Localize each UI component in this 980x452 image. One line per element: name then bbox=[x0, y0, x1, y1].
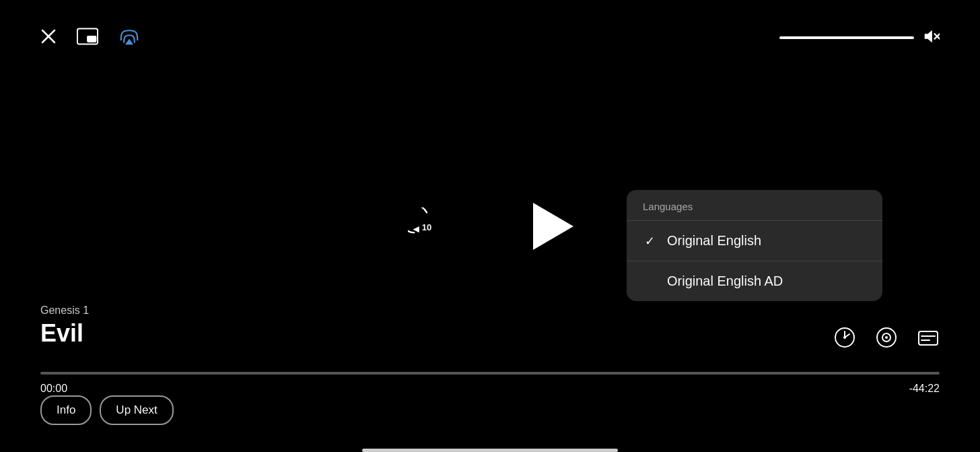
svg-point-10 bbox=[843, 336, 846, 339]
language-option-label-2: Original English AD bbox=[667, 273, 783, 289]
svg-rect-3 bbox=[87, 36, 96, 42]
remaining-time: -44:22 bbox=[909, 383, 940, 395]
show-title: Evil bbox=[40, 319, 89, 348]
info-button[interactable]: Info bbox=[40, 395, 92, 425]
top-left-controls bbox=[40, 27, 140, 48]
play-button[interactable] bbox=[528, 203, 573, 250]
pip-button[interactable] bbox=[77, 27, 98, 48]
up-next-button[interactable]: Up Next bbox=[100, 395, 173, 425]
pip-icon bbox=[77, 27, 98, 48]
current-time: 00:00 bbox=[40, 383, 67, 395]
bottom-right-icons bbox=[833, 326, 940, 351]
language-option-label-1: Original English bbox=[667, 233, 761, 249]
volume-control bbox=[779, 28, 940, 47]
progress-track[interactable] bbox=[40, 372, 940, 375]
play-icon bbox=[528, 203, 573, 250]
bottom-buttons: Info Up Next bbox=[40, 395, 174, 425]
center-controls: 10 bbox=[407, 203, 573, 250]
progress-container[interactable] bbox=[40, 372, 940, 375]
svg-rect-14 bbox=[919, 331, 938, 345]
player-container: 10 Genesis 1 Evil bbox=[0, 0, 980, 452]
rewind-button[interactable]: 10 bbox=[407, 206, 447, 247]
volume-slider[interactable] bbox=[779, 36, 914, 39]
airplay-icon bbox=[118, 27, 140, 48]
rewind-icon: 10 bbox=[408, 207, 446, 245]
time-display: 00:00 -44:22 bbox=[40, 383, 940, 395]
close-button[interactable] bbox=[40, 28, 57, 46]
dropdown-header: Languages bbox=[627, 190, 882, 221]
top-controls bbox=[0, 0, 980, 48]
subtitles-icon bbox=[917, 326, 940, 351]
speed-icon bbox=[833, 326, 856, 351]
svg-point-13 bbox=[885, 336, 888, 339]
mute-icon bbox=[922, 28, 940, 47]
scroll-indicator bbox=[362, 449, 618, 452]
mute-button[interactable] bbox=[922, 28, 940, 47]
check-icon: ✓ bbox=[643, 234, 656, 249]
svg-text:10: 10 bbox=[422, 222, 432, 232]
airplay-button[interactable] bbox=[118, 27, 140, 48]
svg-marker-4 bbox=[125, 39, 133, 45]
audio-icon bbox=[875, 326, 898, 351]
audio-button[interactable] bbox=[875, 326, 898, 351]
episode-label: Genesis 1 bbox=[40, 304, 89, 317]
title-area: Genesis 1 Evil bbox=[40, 304, 89, 348]
svg-marker-7 bbox=[413, 226, 419, 232]
speed-button[interactable] bbox=[833, 326, 856, 351]
close-icon bbox=[40, 28, 57, 46]
language-dropdown: Languages ✓ Original English Original En… bbox=[627, 190, 882, 301]
subtitles-button[interactable] bbox=[917, 326, 940, 351]
language-option-original-english-ad[interactable]: Original English AD bbox=[627, 261, 882, 301]
language-option-original-english[interactable]: ✓ Original English bbox=[627, 221, 882, 261]
